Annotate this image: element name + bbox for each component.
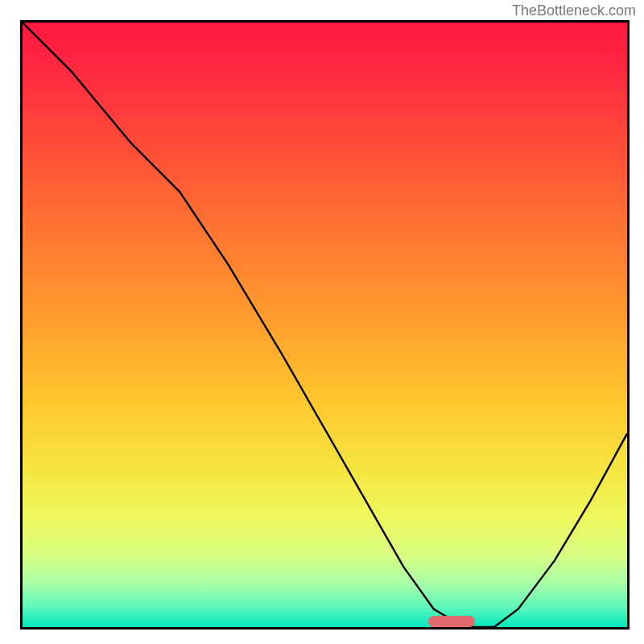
chart-container: TheBottleneck.com xyxy=(0,0,644,644)
attribution-text: TheBottleneck.com xyxy=(512,2,636,19)
target-marker xyxy=(428,616,475,627)
curve-path xyxy=(23,23,627,627)
plot-area xyxy=(20,20,630,630)
curve-svg xyxy=(23,23,627,627)
